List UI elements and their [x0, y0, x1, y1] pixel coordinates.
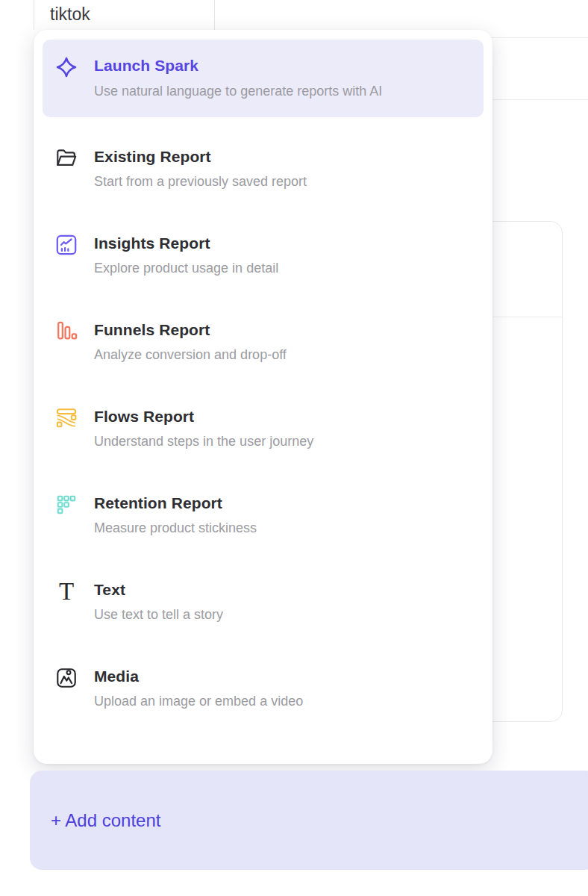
menu-item-title: Retention Report [94, 494, 257, 513]
add-content-menu: Launch Spark Use natural language to gen… [34, 30, 492, 764]
menu-item-existing-report[interactable]: Existing Report Start from a previously … [43, 132, 484, 205]
menu-item-description: Use natural language to generate reports… [94, 81, 382, 101]
retention-grid-icon [54, 493, 78, 517]
menu-item-description: Measure product stickiness [94, 520, 257, 537]
menu-item-funnels-report[interactable]: Funnels Report Analyze conversion and dr… [43, 305, 484, 379]
insights-chart-icon [54, 233, 78, 257]
menu-item-title: Flows Report [94, 407, 313, 426]
menu-item-media[interactable]: Media Upload an image or embed a video [43, 652, 484, 725]
add-content-button[interactable]: + Add content [30, 771, 588, 870]
menu-item-description: Explore product usage in detail [94, 260, 278, 277]
menu-item-title: Launch Spark [94, 56, 382, 75]
media-icon [54, 666, 78, 690]
table-row-label: tiktok [50, 2, 90, 26]
funnels-bars-icon [54, 320, 78, 343]
menu-item-title: Existing Report [94, 147, 307, 167]
menu-item-title: Insights Report [94, 234, 278, 253]
menu-item-title: Media [94, 667, 303, 686]
table-column-border [214, 0, 215, 30]
menu-item-insights-report[interactable]: Insights Report Explore product usage in… [43, 219, 484, 292]
add-content-label: + Add content [51, 810, 160, 831]
table-row-border [489, 99, 588, 100]
spark-icon [54, 55, 78, 79]
menu-item-description: Understand steps in the user journey [94, 433, 313, 450]
menu-item-description: Analyze conversion and drop-off [94, 346, 287, 364]
menu-item-title: Funnels Report [94, 320, 287, 340]
menu-item-title: Text [94, 580, 223, 600]
background-card-divider [489, 317, 563, 317]
flows-icon [54, 406, 78, 430]
menu-item-text[interactable]: T Text Use text to tell a story [43, 565, 484, 638]
table-column-border [34, 0, 34, 30]
menu-item-description: Use text to tell a story [94, 606, 223, 623]
menu-item-description: Upload an image or embed a video [94, 693, 303, 710]
menu-item-launch-spark[interactable]: Launch Spark Use natural language to gen… [43, 40, 484, 117]
menu-item-flows-report[interactable]: Flows Report Understand steps in the use… [43, 392, 484, 465]
text-icon: T [54, 579, 78, 603]
page: tiktok Launch Spark Use natural language… [0, 0, 588, 896]
menu-item-retention-report[interactable]: Retention Report Measure product stickin… [43, 479, 484, 552]
table-row-border [489, 37, 588, 38]
menu-item-description: Start from a previously saved report [94, 173, 307, 190]
folder-icon [54, 146, 78, 170]
